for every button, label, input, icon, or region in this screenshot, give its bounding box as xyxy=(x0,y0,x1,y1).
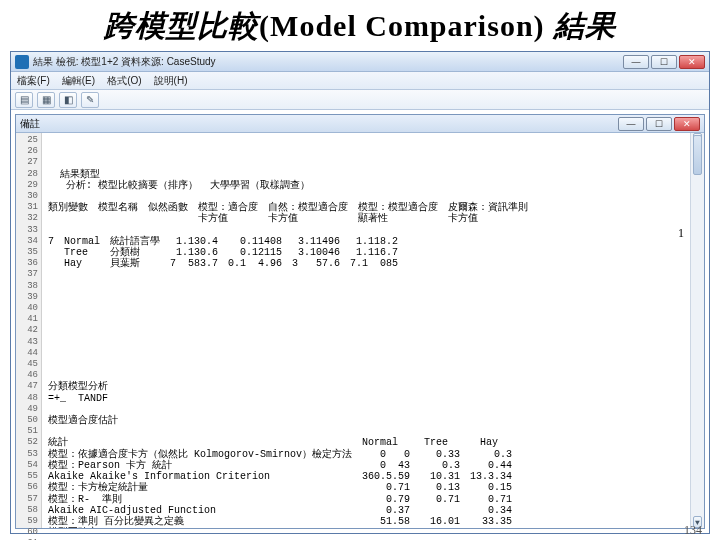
title-tail: 結果 xyxy=(545,9,616,42)
title-en: (Model Comparison) xyxy=(259,9,544,42)
window-controls: — ☐ ✕ xyxy=(623,55,705,69)
maximize-button[interactable]: ☐ xyxy=(651,55,677,69)
inner-titlebar: 備註 — ☐ ✕ xyxy=(16,115,704,133)
slide-page-number: 134 xyxy=(684,523,702,538)
inner-close-button[interactable]: ✕ xyxy=(674,117,700,131)
inner-maximize-button[interactable]: ☐ xyxy=(646,117,672,131)
page-marker: 1 xyxy=(678,228,684,239)
toolbar-btn-3[interactable]: ◧ xyxy=(59,92,77,108)
menu-edit[interactable]: 編輯(E) xyxy=(62,74,95,88)
minimize-button[interactable]: — xyxy=(623,55,649,69)
inner-minimize-button[interactable]: — xyxy=(618,117,644,131)
output-page: 1 結果類型 分析: 模型比較摘要（排序） 大學學習（取樣調查） 類別變數模型名… xyxy=(42,133,690,528)
toolbar-btn-4[interactable]: ✎ xyxy=(81,92,99,108)
inner-window: 備註 — ☐ ✕ 25 26 27 28 29 30 31 32 33 34 3… xyxy=(15,114,705,529)
menu-format[interactable]: 格式(O) xyxy=(107,74,141,88)
toolbar: ▤ ▦ ◧ ✎ xyxy=(11,90,709,110)
app-window: 結果 檢視: 模型1+2 資料來源: CaseStudy — ☐ ✕ 檔案(F)… xyxy=(10,51,710,534)
menu-help[interactable]: 說明(H) xyxy=(154,74,188,88)
window-title: 結果 檢視: 模型1+2 資料來源: CaseStudy xyxy=(33,55,216,69)
content-area: 25 26 27 28 29 30 31 32 33 34 35 36 37 3… xyxy=(16,133,704,528)
menu-file[interactable]: 檔案(F) xyxy=(17,74,50,88)
close-button[interactable]: ✕ xyxy=(679,55,705,69)
slide-title: 跨模型比較(Model Comparison) 結果 xyxy=(0,0,720,51)
menubar: 檔案(F) 編輯(E) 格式(O) 說明(H) xyxy=(11,72,709,90)
vertical-scrollbar[interactable]: ▲ ▼ xyxy=(690,133,704,528)
toolbar-btn-1[interactable]: ▤ xyxy=(15,92,33,108)
toolbar-btn-2[interactable]: ▦ xyxy=(37,92,55,108)
scroll-thumb[interactable] xyxy=(693,135,702,175)
line-gutter: 25 26 27 28 29 30 31 32 33 34 35 36 37 3… xyxy=(16,133,42,528)
app-icon xyxy=(15,55,29,69)
inner-title: 備註 xyxy=(20,117,40,131)
outer-titlebar: 結果 檢視: 模型1+2 資料來源: CaseStudy — ☐ ✕ xyxy=(11,52,709,72)
title-zh: 跨模型比較 xyxy=(104,9,259,42)
inner-window-controls: — ☐ ✕ xyxy=(618,117,700,131)
